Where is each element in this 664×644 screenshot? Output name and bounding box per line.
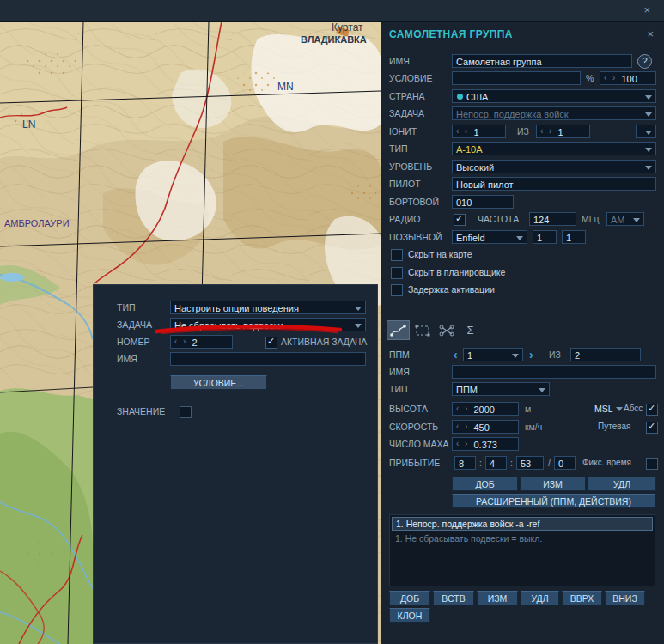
altitude-ref-dropdown[interactable]: MSL [594,404,623,414]
ppm-number-dropdown[interactable]: 1 [463,348,523,361]
probability-stepper[interactable]: 100 [600,71,656,85]
map-label-mn: MN [277,81,294,93]
wp-name-label: ИМЯ [389,367,410,377]
country-row: СТРАНА США [381,89,664,104]
prev-waypoint-icon[interactable]: ‹ [454,348,458,361]
radio-label: РАДИО [389,214,420,224]
fixed-time-label: Фикс. время [582,458,631,467]
ppm-row: ППМ ‹ 1 › ИЗ 2 [381,348,664,362]
dialog-type-label: ТИП [117,302,136,313]
unit-extra-dropdown[interactable] [636,125,656,138]
window-close-icon[interactable]: × [643,3,650,16]
eta-sep1: : [479,458,482,468]
eta-label: ПРИБЫТИЕ [389,458,440,468]
wp-add-button[interactable]: ДОБ [452,477,518,491]
action-insert-button[interactable]: ВСТВ [433,591,474,605]
map-label-ambrolauri: АМБРОЛАУРИ [4,218,70,228]
country-value: США [466,92,488,102]
next-waypoint-icon[interactable]: › [529,348,533,361]
wp-type-row: ТИП ППМ [381,382,664,397]
condition-button[interactable]: УСЛОВИЕ... [170,375,267,390]
late-activation-checkbox[interactable] [391,284,403,296]
action-delete-button[interactable]: УДЛ [521,591,559,605]
list-item[interactable]: 1. Не сбрасывать подвески = выкл. [392,532,653,546]
skill-dropdown[interactable]: Высокий [452,160,656,173]
group-name-input[interactable]: Самолетная группа [452,54,632,68]
action-edit-button[interactable]: ИЗМ [477,591,518,605]
pilot-input[interactable]: Новый пилот [452,177,656,191]
callsign-num1-input[interactable]: 1 [533,230,557,244]
tab-area[interactable] [411,320,434,340]
help-button[interactable]: ? [637,54,652,69]
aircraft-type-dropdown[interactable]: A-10A [452,142,656,155]
hidden-planner-checkbox[interactable] [391,267,403,279]
wp-buttons-row: ДОБ ИЗМ УДЛ [381,477,664,491]
frequency-input[interactable]: 124 [529,212,576,226]
radio-row: РАДИО ЧАСТОТА 124 МГц АМ [381,212,664,227]
wp-edit-button[interactable]: ИЗМ [520,477,586,491]
advanced-button[interactable]: РАСШИРЕННЫЙ (ППМ, ДЕЙСТВИЯ) [452,494,655,508]
altitude-stepper[interactable]: 2000 [452,402,519,416]
fixed-time-checkbox[interactable] [646,458,658,470]
mhz-label: МГц [582,214,599,224]
value-checkbox[interactable] [180,406,192,418]
hidden-map-checkbox[interactable] [391,249,403,261]
condition-input[interactable] [452,71,581,85]
callsign-dropdown[interactable]: Enfield [452,230,527,244]
titlebar: × [0,0,664,22]
mach-row: ЧИСЛО МАХА 0.373 [381,437,664,452]
list-item[interactable]: 1. Непоср. поддержка войск -a -ref [392,517,653,531]
unit-total-stepper[interactable]: 1 [536,125,590,138]
country-dropdown[interactable]: США [452,89,656,103]
action-add-button[interactable]: ДОБ [389,591,430,605]
altitude-abs-checkbox[interactable] [646,404,658,416]
eta-minutes-input[interactable]: 4 [485,456,507,470]
loadout-icon [438,324,455,337]
altitude-row: ВЫСОТА 2000 м MSL Абсс [381,402,664,416]
action-down-button[interactable]: ВНИЗ [605,591,645,605]
route-icon [390,324,407,337]
type-row: ТИП A-10A [381,142,664,156]
altitude-unit-label: м [525,404,531,414]
late-activation-label: Задержка активации [408,284,495,295]
dialog-name-row: ИМЯ [94,352,377,367]
eta-sep2: : [510,458,513,468]
hidden-map-label: Скрыт на карте [408,249,472,259]
task-dropdown[interactable]: Непоср. поддержка войск [452,106,656,120]
speed-mode-checkbox[interactable] [646,422,658,434]
dialog-name-input[interactable] [170,352,366,366]
dialog-task-dropdown[interactable]: Не сбрасывать подвески [170,318,366,331]
action-list[interactable]: 1. Непоср. поддержка войск -a -ref 1. Не… [389,514,655,586]
callsign-num2-input[interactable]: 1 [562,230,586,244]
mach-stepper[interactable]: 0.373 [452,437,519,451]
unit-row: ЮНИТ 1 ИЗ 1 [381,125,664,139]
eta-hours-input[interactable]: 8 [454,456,476,470]
eta-seconds-input[interactable]: 53 [516,456,544,470]
active-task-checkbox[interactable] [265,337,277,349]
tail-number-input[interactable]: 010 [452,195,514,209]
speed-unit-label: км/ч [525,422,542,432]
hidden-planner-row: Скрыт в планировщике [381,265,664,280]
dialog-number-stepper[interactable]: 2 [170,335,233,349]
wp-delete-button[interactable]: УДЛ [588,477,656,491]
action-up-button[interactable]: ВВРХ [562,591,602,605]
mach-label: ЧИСЛО МАХА [389,439,449,449]
unit-stepper[interactable]: 1 [452,125,506,138]
advanced-row: РАСШИРЕННЫЙ (ППМ, ДЕЙСТВИЯ) [381,494,664,508]
name-label: ИМЯ [389,56,410,66]
tab-route[interactable] [387,320,410,340]
speed-stepper[interactable]: 450 [452,420,519,434]
tab-loadout[interactable] [435,320,458,340]
radio-checkbox[interactable] [454,214,466,226]
clone-button[interactable]: КЛОН [389,608,430,623]
dialog-type-dropdown[interactable]: Настроить опции поведения [170,301,366,314]
wp-name-input[interactable] [452,365,656,379]
dialog-value-row: ЗНАЧЕНИЕ [94,404,377,419]
modulation-dropdown[interactable]: АМ [606,212,644,226]
altitude-abs-label: Абсс [624,404,643,413]
panel-close-icon[interactable]: × [647,27,654,40]
altitude-value: 2000 [473,404,494,416]
eta-days-input[interactable]: 0 [554,456,576,470]
wp-type-dropdown[interactable]: ППМ [452,382,550,396]
tab-summary[interactable]: Σ [459,320,482,340]
